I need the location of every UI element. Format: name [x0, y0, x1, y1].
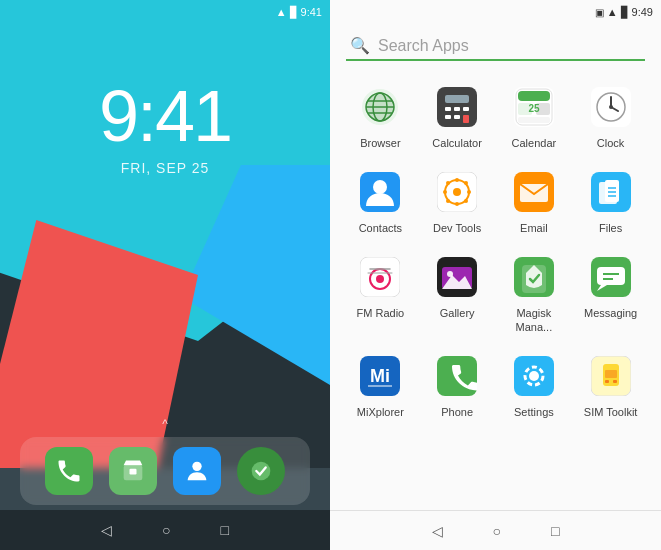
signal-icon-right: ▲ [607, 6, 618, 18]
svg-point-53 [376, 275, 384, 283]
nav-home-left[interactable]: ○ [162, 522, 170, 538]
search-bar[interactable]: 🔍 Search Apps [346, 32, 645, 61]
dock-phone[interactable] [45, 447, 93, 495]
app-label-mixplorer: MiXplorer [357, 406, 404, 419]
svg-point-3 [252, 462, 271, 481]
svg-point-31 [373, 180, 387, 194]
dock-icons [20, 437, 310, 505]
app-icon-messaging [585, 251, 637, 303]
nav-back-left[interactable]: ◁ [101, 522, 112, 538]
app-label-gallery: Gallery [440, 307, 475, 320]
status-time-right: 9:49 [632, 6, 653, 18]
svg-rect-1 [130, 469, 137, 475]
svg-point-38 [467, 190, 471, 194]
search-icon: 🔍 [350, 36, 370, 55]
app-label-magisk: Magisk Mana... [500, 307, 569, 333]
app-item-clock[interactable]: Clock [572, 73, 649, 154]
svg-point-34 [453, 188, 461, 196]
app-icon-mixplorer: Mi [354, 350, 406, 402]
svg-rect-13 [454, 107, 460, 111]
nav-recent-right[interactable]: □ [551, 523, 559, 539]
status-bar-right: ▣ ▲ ▊ 9:49 [330, 0, 661, 24]
app-label-phone: Phone [441, 406, 473, 419]
status-icons-right: ▣ ▲ ▊ 9:49 [595, 6, 653, 19]
left-phone: ▲ ▊ 9:41 9:41 FRI, SEP 25 ^ [0, 0, 330, 550]
search-placeholder[interactable]: Search Apps [378, 37, 469, 55]
svg-rect-17 [463, 115, 469, 123]
lockscreen-date: FRI, SEP 25 [0, 160, 330, 176]
app-item-contacts[interactable]: Contacts [342, 158, 419, 239]
lockscreen-time: 9:41 [0, 80, 330, 152]
svg-rect-63 [597, 267, 625, 285]
app-item-magisk-mana...[interactable]: Magisk Mana... [496, 243, 573, 337]
svg-point-36 [455, 202, 459, 206]
app-icon-calendar: 25 [508, 81, 560, 133]
svg-point-59 [447, 271, 453, 277]
app-item-mixplorer[interactable]: MiMiXplorer [342, 342, 419, 423]
svg-point-42 [446, 199, 450, 203]
app-item-dev-tools[interactable]: Dev Tools [419, 158, 496, 239]
app-icon-files [585, 166, 637, 218]
app-label-devtools: Dev Tools [433, 222, 481, 235]
app-item-sim-toolkit[interactable]: SIM Toolkit [572, 342, 649, 423]
battery-icon: ▊ [290, 6, 298, 19]
app-item-phone[interactable]: Phone [419, 342, 496, 423]
svg-rect-11 [445, 95, 469, 103]
nav-bar-right: ◁ ○ □ [330, 510, 661, 550]
svg-rect-14 [463, 107, 469, 111]
thumbnail-icon: ▣ [595, 7, 604, 18]
status-bar-left: ▲ ▊ 9:41 [0, 0, 330, 24]
app-icon-simtoolkit [585, 350, 637, 402]
app-label-contacts: Contacts [359, 222, 402, 235]
app-item-messaging[interactable]: Messaging [572, 243, 649, 337]
svg-rect-23 [518, 117, 550, 123]
svg-rect-78 [613, 380, 617, 383]
app-label-browser: Browser [360, 137, 400, 150]
app-label-simtoolkit: SIM Toolkit [584, 406, 638, 419]
lockscreen-content: 9:41 FRI, SEP 25 [0, 80, 330, 176]
svg-rect-20 [518, 91, 550, 101]
app-icon-devtools [431, 166, 483, 218]
svg-rect-76 [605, 370, 617, 378]
nav-bar-left: ◁ ○ □ [0, 510, 330, 550]
app-label-messaging: Messaging [584, 307, 637, 320]
svg-point-35 [455, 178, 459, 182]
dock-custom[interactable] [237, 447, 285, 495]
app-item-calculator[interactable]: Calculator [419, 73, 496, 154]
app-label-calendar: Calendar [512, 137, 557, 150]
dock-contacts[interactable] [173, 447, 221, 495]
nav-recent-left[interactable]: □ [221, 522, 229, 538]
dock-store[interactable] [109, 447, 157, 495]
app-icon-fmradio [354, 251, 406, 303]
dock-arrow: ^ [0, 417, 330, 431]
app-label-calculator: Calculator [432, 137, 482, 150]
status-time: 9:41 [301, 6, 322, 18]
app-icon-calculator [431, 81, 483, 133]
app-grid: BrowserCalculator25CalendarClockContacts… [330, 65, 661, 510]
status-icons-left: ▲ ▊ 9:41 [276, 6, 322, 19]
app-item-settings[interactable]: Settings [496, 342, 573, 423]
right-phone: ▣ ▲ ▊ 9:49 🔍 Search Apps BrowserCalculat… [330, 0, 661, 550]
app-item-browser[interactable]: Browser [342, 73, 419, 154]
app-item-fm-radio[interactable]: FM Radio [342, 243, 419, 337]
app-icon-magisk [508, 251, 560, 303]
app-item-gallery[interactable]: Gallery [419, 243, 496, 337]
app-icon-clock [585, 81, 637, 133]
svg-rect-77 [605, 380, 609, 383]
app-label-settings: Settings [514, 406, 554, 419]
svg-point-72 [529, 371, 539, 381]
nav-back-right[interactable]: ◁ [432, 523, 443, 539]
svg-point-41 [464, 181, 468, 185]
app-label-clock: Clock [597, 137, 625, 150]
app-item-calendar[interactable]: 25Calendar [496, 73, 573, 154]
app-icon-contacts [354, 166, 406, 218]
app-icon-email [508, 166, 560, 218]
app-label-files: Files [599, 222, 622, 235]
svg-rect-47 [605, 180, 619, 202]
app-item-files[interactable]: Files [572, 158, 649, 239]
nav-home-right[interactable]: ○ [493, 523, 501, 539]
app-icon-phone [431, 350, 483, 402]
app-label-fmradio: FM Radio [357, 307, 405, 320]
app-item-email[interactable]: Email [496, 158, 573, 239]
app-grid-inner: BrowserCalculator25CalendarClockContacts… [342, 73, 649, 423]
